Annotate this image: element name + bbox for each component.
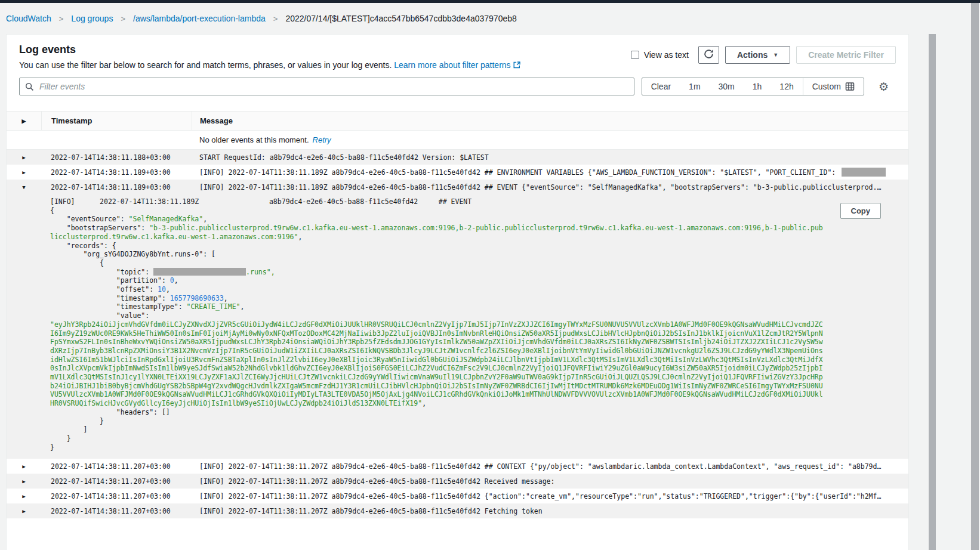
view-as-text-checkbox[interactable] <box>631 51 639 59</box>
time-range-30m[interactable]: 30m <box>710 78 744 95</box>
actions-button[interactable]: Actions▼ <box>725 46 790 64</box>
column-header-message[interactable]: Message <box>192 112 908 130</box>
refresh-button[interactable] <box>698 46 719 64</box>
breadcrumb-link-log-group[interactable]: /aws/lambda/port-execution-lambda <box>133 14 266 23</box>
message-cell: [INFO] 2022-07-14T11:38:11.189Z a8b79dc4… <box>192 183 908 191</box>
message-cell: [INFO] 2022-07-14T11:38:11.207Z a8b79dc4… <box>192 492 908 500</box>
learn-more-link[interactable]: Learn more about filter patterns <box>394 60 510 70</box>
log-row: ▶2022-07-14T14:38:11.188+03:00START Requ… <box>7 150 908 165</box>
log-events-table: ▶ Timestamp Message No older events at t… <box>7 111 908 518</box>
filter-events-searchbox[interactable] <box>19 78 634 95</box>
expand-arrow-icon[interactable]: ▶ <box>22 169 25 175</box>
view-as-text-label: View as text <box>644 50 689 60</box>
time-range-custom-button[interactable]: Custom <box>803 78 864 95</box>
settings-gear-button[interactable]: ⚙ <box>877 80 890 94</box>
table-header-row: ▶ Timestamp Message <box>7 111 908 131</box>
column-header-timestamp[interactable]: Timestamp <box>41 112 192 130</box>
panel-scrollbar[interactable] <box>929 34 936 550</box>
expand-arrow-icon[interactable]: ▶ <box>22 493 25 499</box>
expanded-log-detail: Copy[INFO] 2022-07-14T11:38:11.189Z a8b7… <box>7 194 908 459</box>
timestamp-cell: 2022-07-14T14:38:11.207+03:00 <box>41 477 192 486</box>
no-older-events-row: No older events at this moment. Retry <box>7 131 908 150</box>
expand-arrow-icon: ▶ <box>22 118 26 124</box>
breadcrumb-link-log-groups[interactable]: Log groups <box>71 14 113 23</box>
message-cell: [INFO] 2022-07-14T11:38:11.189Z a8b79dc4… <box>192 168 908 177</box>
timestamp-cell: 2022-07-14T14:38:11.207+03:00 <box>41 462 192 471</box>
log-rows: ▶2022-07-14T14:38:11.188+03:00START Requ… <box>7 150 908 518</box>
log-row: ▶2022-07-14T14:38:11.207+03:00[INFO] 202… <box>7 503 908 518</box>
time-range-1h[interactable]: 1h <box>744 78 771 95</box>
event-json: [INFO] 2022-07-14T11:38:11.189Z a8b79dc4… <box>50 197 823 452</box>
breadcrumb-separator-icon: > <box>121 14 125 23</box>
redacted-value <box>842 168 886 177</box>
calendar-icon <box>845 82 855 91</box>
external-link-icon[interactable] <box>513 61 520 70</box>
time-range-12h[interactable]: 12h <box>771 78 802 95</box>
refresh-icon <box>704 49 714 61</box>
log-events-panel: Log events You can use the filter bar be… <box>6 34 909 550</box>
time-range-clear-button[interactable]: Clear <box>642 78 680 95</box>
page-title: Log events <box>19 44 520 56</box>
log-row: ▶2022-07-14T14:38:11.207+03:00[INFO] 202… <box>7 474 908 489</box>
breadcrumb-current-log-stream: 2022/07/14/[$LATEST]c4acc547bb6547cdbb3d… <box>285 14 516 23</box>
redacted-value <box>153 268 246 276</box>
log-row: ▼2022-07-14T14:38:11.189+03:00[INFO] 202… <box>7 180 908 459</box>
breadcrumb: CloudWatch > Log groups > /aws/lambda/po… <box>0 3 980 34</box>
timestamp-cell: 2022-07-14T14:38:11.207+03:00 <box>41 507 192 515</box>
gear-icon: ⚙ <box>879 81 889 93</box>
timestamp-cell: 2022-07-14T14:38:11.207+03:00 <box>41 492 192 500</box>
breadcrumb-link-cloudwatch[interactable]: CloudWatch <box>6 14 51 23</box>
log-row: ▶2022-07-14T14:38:11.189+03:00[INFO] 202… <box>7 165 908 180</box>
expand-arrow-icon[interactable]: ▶ <box>22 155 25 160</box>
timestamp-cell: 2022-07-14T14:38:11.189+03:00 <box>41 168 192 177</box>
chevron-down-icon: ▼ <box>773 52 778 58</box>
message-cell: [INFO] 2022-07-14T11:38:11.207Z a8b79dc4… <box>192 507 908 515</box>
breadcrumb-separator-icon: > <box>59 14 64 23</box>
filter-events-input[interactable] <box>38 81 628 92</box>
message-cell: [INFO] 2022-07-14T11:38:11.207Z a8b79dc4… <box>192 477 908 486</box>
create-metric-filter-button[interactable]: Create Metric Filter <box>796 46 896 64</box>
no-older-events-text: No older events at this moment. <box>199 135 309 144</box>
message-cell: [INFO] 2022-07-14T11:38:11.207Z a8b79dc4… <box>192 462 908 471</box>
expand-arrow-icon[interactable]: ▶ <box>22 464 25 469</box>
page-scrollbar[interactable] <box>971 3 979 550</box>
retry-link[interactable]: Retry <box>313 135 331 144</box>
time-range-selector: Clear 1m 30m 1h 12h Custom <box>642 78 864 95</box>
expand-arrow-icon[interactable]: ▶ <box>22 478 25 484</box>
filter-help-text: You can use the filter bar below to sear… <box>19 60 392 70</box>
collapse-arrow-icon[interactable]: ▼ <box>22 184 25 190</box>
copy-button[interactable]: Copy <box>840 203 882 219</box>
log-row: ▶2022-07-14T14:38:11.207+03:00[INFO] 202… <box>7 489 908 503</box>
message-cell: START RequestId: a8b79dc4-e2e6-40c5-ba88… <box>192 153 908 162</box>
timestamp-cell: 2022-07-14T14:38:11.189+03:00 <box>41 183 192 191</box>
search-icon <box>25 82 34 91</box>
time-range-1m[interactable]: 1m <box>680 78 709 95</box>
expand-arrow-icon[interactable]: ▶ <box>22 508 25 514</box>
timestamp-cell: 2022-07-14T14:38:11.188+03:00 <box>41 153 192 162</box>
panel-header-text: Log events You can use the filter bar be… <box>19 44 520 70</box>
log-row: ▶2022-07-14T14:38:11.207+03:00[INFO] 202… <box>7 459 908 474</box>
breadcrumb-separator-icon: > <box>273 14 278 23</box>
